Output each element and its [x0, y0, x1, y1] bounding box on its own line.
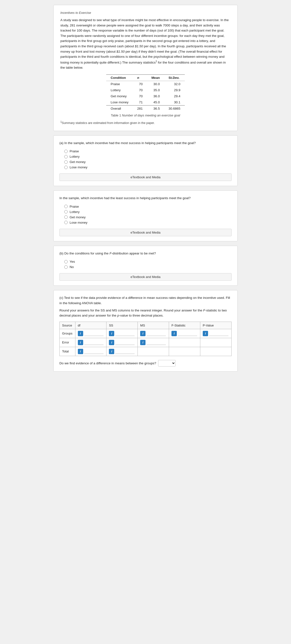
- anova-error-ms: i: [138, 338, 169, 347]
- anova-col-df: df: [75, 322, 106, 329]
- option-getmoney-a[interactable]: Get money: [64, 160, 232, 164]
- footnote: 1Summary statistics are estimated from i…: [60, 120, 230, 125]
- radio-losemoney-a[interactable]: [64, 166, 68, 169]
- anova-groups-p: i: [200, 329, 232, 338]
- option-no-c[interactable]: No: [64, 265, 232, 269]
- anova-col-source: Source: [60, 322, 76, 329]
- option-yes-c[interactable]: Yes: [64, 260, 232, 264]
- article-card: Incentives to Exercise A study was desig…: [53, 5, 238, 131]
- radio-lottery-a[interactable]: [64, 155, 68, 158]
- question-c-options: Yes No: [60, 260, 232, 269]
- anova-row-groups: Groups i i i: [60, 329, 232, 338]
- radio-getmoney-a[interactable]: [64, 160, 68, 164]
- article-title: Incentives to Exercise: [60, 11, 230, 14]
- anova-groups-ss: i: [106, 329, 138, 338]
- evidence-row: Do we find evidence of a difference in m…: [60, 360, 232, 366]
- table-row: Praise 70 30.0 32.0: [106, 81, 184, 87]
- question-a-options: Praise Lottery Get money Lose money: [60, 150, 232, 169]
- question-a-card: (a) In the sample, which incentive had t…: [53, 135, 238, 186]
- anova-col-ms: MS: [138, 322, 169, 329]
- anova-col-ss: SS: [106, 322, 138, 329]
- radio-getmoney-b[interactable]: [64, 216, 68, 219]
- col-n: n: [133, 75, 147, 81]
- groups-ss-input[interactable]: [115, 331, 134, 336]
- anova-total-f-empty: [169, 347, 200, 356]
- option-lottery-b[interactable]: Lottery: [64, 210, 232, 214]
- total-ss-input[interactable]: [115, 349, 134, 354]
- anova-total-ss: i: [106, 347, 138, 356]
- radio-yes-c[interactable]: [64, 260, 68, 264]
- info-button-groups-df[interactable]: i: [78, 331, 83, 336]
- groups-ms-input[interactable]: [146, 331, 166, 336]
- anova-total-ms-empty: [138, 347, 169, 356]
- question-b-text: In the sample, which incentive had the l…: [60, 196, 232, 201]
- col-condition: Condition: [106, 75, 133, 81]
- info-button-groups-f[interactable]: i: [172, 331, 177, 336]
- anova-table: Source df SS MS F-Statistic P-Value Grou…: [60, 322, 232, 356]
- question-a-text: (a) In the sample, which incentive had t…: [60, 140, 232, 146]
- radio-praise-a[interactable]: [64, 150, 68, 153]
- anova-error-df: i: [75, 338, 106, 347]
- info-button-total-ss[interactable]: i: [109, 349, 114, 354]
- radio-no-c[interactable]: [64, 265, 68, 269]
- anova-row-total: Total i i: [60, 347, 232, 356]
- anova-groups-ms: i: [138, 329, 169, 338]
- option-praise-b[interactable]: Praise: [64, 205, 232, 208]
- error-df-input[interactable]: [84, 340, 104, 345]
- question-c-card: (b) Do the conditions for using the F-di…: [53, 246, 238, 286]
- table-caption: Table 1 Number of days meeting an exerci…: [60, 114, 230, 117]
- groups-p-input[interactable]: [209, 331, 228, 336]
- option-lottery-a[interactable]: Lottery: [64, 155, 232, 158]
- info-button-error-df[interactable]: i: [78, 340, 83, 345]
- etextbook-media-button-c[interactable]: eTextbook and Media: [60, 273, 232, 281]
- evidence-dropdown[interactable]: Yes No: [158, 360, 176, 366]
- question-d-intro: (c) Test to see if the data provide evid…: [60, 295, 232, 306]
- info-button-error-ss[interactable]: i: [109, 340, 114, 345]
- info-button-error-ms[interactable]: i: [140, 340, 146, 345]
- question-c-text: (b) Do the conditions for using the F-di…: [60, 251, 232, 256]
- total-df-input[interactable]: [84, 349, 104, 354]
- option-praise-a[interactable]: Praise: [64, 150, 232, 153]
- groups-df-input[interactable]: [84, 331, 104, 336]
- option-losemoney-a[interactable]: Lose money: [64, 166, 232, 169]
- info-button-groups-p[interactable]: i: [203, 331, 208, 336]
- col-mean: Mean: [147, 75, 164, 81]
- table-row: Get money 70 36.0 29.4: [106, 93, 184, 99]
- table-row-overall: Overall 281 36.5 30.6865: [106, 106, 184, 112]
- anova-col-p: P-Value: [200, 322, 232, 329]
- anova-groups-df: i: [75, 329, 106, 338]
- radio-losemoney-b[interactable]: [64, 221, 68, 224]
- table-row: Lottery 70 35.0 29.9: [106, 87, 184, 93]
- summary-table: Condition n Mean St.Dev. Praise 70 30.0 …: [106, 74, 184, 112]
- question-b-card: In the sample, which incentive had the l…: [53, 190, 238, 241]
- question-b-options: Praise Lottery Get money Lose money: [60, 205, 232, 224]
- anova-col-f: F-Statistic: [169, 322, 200, 329]
- article-body: A study was designed to see what type of…: [60, 18, 230, 70]
- anova-error-ss: i: [106, 338, 138, 347]
- question-d-card: (c) Test to see if the data provide evid…: [53, 290, 238, 371]
- anova-total-df: i: [75, 347, 106, 356]
- question-d-instructions: Round your answers for the SS and MS col…: [60, 308, 232, 318]
- table-row: Lose money 71 45.0 30.1: [106, 99, 184, 106]
- info-button-total-df[interactable]: i: [78, 349, 83, 354]
- anova-source-groups: Groups: [60, 329, 76, 338]
- anova-total-p-empty: [200, 347, 232, 356]
- info-button-groups-ss[interactable]: i: [109, 331, 114, 336]
- anova-source-total: Total: [60, 347, 76, 356]
- error-ss-input[interactable]: [115, 340, 134, 345]
- etextbook-media-button-b[interactable]: eTextbook and Media: [60, 229, 232, 236]
- groups-f-input[interactable]: [178, 331, 197, 336]
- anova-error-f-empty: [169, 338, 200, 347]
- option-losemoney-b[interactable]: Lose money: [64, 221, 232, 224]
- option-getmoney-b[interactable]: Get money: [64, 216, 232, 219]
- error-ms-input[interactable]: [146, 340, 166, 345]
- anova-row-error: Error i i i: [60, 338, 232, 347]
- info-button-groups-ms[interactable]: i: [140, 331, 146, 336]
- anova-groups-f: i: [169, 329, 200, 338]
- evidence-label: Do we find evidence of a difference in m…: [60, 362, 156, 365]
- etextbook-media-button-a[interactable]: eTextbook and Media: [60, 174, 232, 181]
- col-stdev: St.Dev.: [164, 75, 185, 81]
- anova-error-p-empty: [200, 338, 232, 347]
- radio-lottery-b[interactable]: [64, 210, 68, 214]
- radio-praise-b[interactable]: [64, 205, 68, 208]
